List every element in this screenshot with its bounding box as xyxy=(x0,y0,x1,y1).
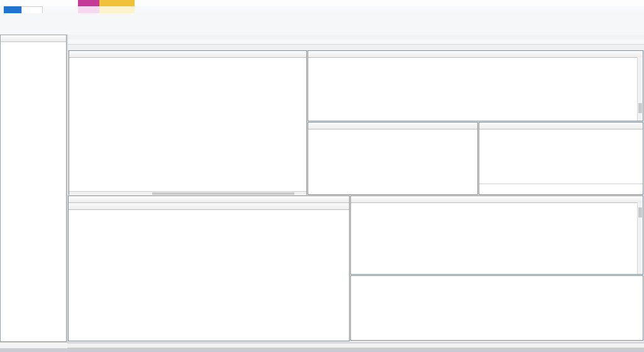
histogram-panel xyxy=(479,122,643,195)
moving-range-chart[interactable] xyxy=(69,128,306,191)
scrollbar-thumb[interactable] xyxy=(638,103,642,113)
capweek-vertical-scrollbar[interactable] xyxy=(637,202,643,274)
tab-file[interactable] xyxy=(4,6,21,13)
histogram-chart[interactable] xyxy=(479,129,643,184)
scatter-view-panel xyxy=(68,195,350,341)
scatter-chart-header xyxy=(69,203,349,210)
individuals-chart[interactable] xyxy=(69,58,306,128)
contextual-group-classic-view xyxy=(99,0,135,6)
sidebar-dock-tabs xyxy=(0,342,67,348)
scatter-view-header xyxy=(69,196,349,203)
tab-tools[interactable] xyxy=(42,6,60,13)
imr-panel-header xyxy=(69,51,306,58)
run-data-tree xyxy=(1,42,66,43)
capability-week-table xyxy=(351,203,638,274)
tab-modules[interactable] xyxy=(78,6,99,13)
tab-classic-view[interactable] xyxy=(99,6,135,13)
obs-panel-header xyxy=(308,51,643,58)
capability-bar-header xyxy=(308,123,477,129)
imr-horizontal-scrollbar[interactable] xyxy=(69,191,306,195)
scatter-chart[interactable] xyxy=(69,210,349,342)
histogram-stats xyxy=(479,184,643,197)
histogram-header xyxy=(479,123,643,129)
observations-panel xyxy=(308,50,643,121)
observations-table xyxy=(308,58,638,121)
tab-data[interactable] xyxy=(60,6,78,13)
scrollbar-thumb[interactable] xyxy=(152,192,294,195)
document-area xyxy=(68,35,644,343)
cpk-trend-chart[interactable] xyxy=(351,276,643,340)
ribbon xyxy=(0,13,644,35)
taskbar-strip xyxy=(0,348,644,352)
classic-view-header xyxy=(68,40,644,45)
run-data-sidebar xyxy=(0,35,67,342)
capability-bar-rows xyxy=(308,129,477,131)
imr-panel xyxy=(69,50,307,195)
scrollbar-thumb[interactable] xyxy=(638,207,642,217)
obs-vertical-scrollbar[interactable] xyxy=(637,57,643,121)
capability-week-header xyxy=(351,196,643,203)
capability-week-panel xyxy=(350,195,643,275)
cpk-trend-panel xyxy=(350,275,643,341)
capability-bar-panel xyxy=(308,122,478,195)
sidebar-header xyxy=(1,35,66,42)
title-bar xyxy=(0,0,644,6)
contextual-group-console xyxy=(78,0,99,6)
